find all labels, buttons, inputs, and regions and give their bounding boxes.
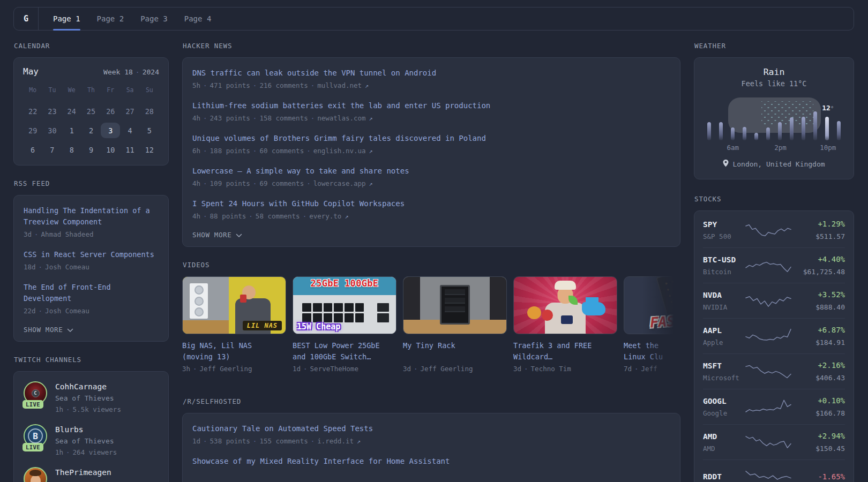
calendar-week: Week 18	[103, 68, 133, 76]
meta-part: Jeff Geerling	[200, 365, 252, 373]
stock-change: +3.52%	[791, 290, 845, 300]
middle-column: HACKER NEWS DNS traffic can leak outside…	[182, 42, 680, 482]
right-column: WEATHER Rain Feels like 11°C 12° 6am2pm1…	[694, 42, 854, 482]
item-meta: 7d·Jeff	[624, 365, 680, 373]
video-thumbnail-rack	[403, 276, 507, 334]
stock-row[interactable]: NVDANVIDIA+3.52%$888.40	[703, 283, 845, 318]
video-card[interactable]: 25GbE 100GbE15W CheapBEST Low Power 25Gb…	[293, 276, 396, 373]
item-meta: 1h·5.5k viewers	[55, 404, 121, 415]
video-title: Big NAS, Lil NAS (moving 13)	[182, 340, 286, 363]
stock-name: AMD	[703, 444, 745, 454]
meta-part: 3d	[403, 365, 411, 373]
stock-name: NVIDIA	[703, 303, 745, 312]
page-tabs-bar: G Page 1Page 2Page 3Page 4	[13, 7, 854, 31]
stock-ticker: RDDT	[703, 472, 745, 482]
meta-part: 60 comments	[259, 147, 304, 155]
calendar-day: 28	[140, 103, 159, 119]
location-text: London, United Kingdom	[732, 160, 825, 168]
feed-item-link[interactable]: Handling The Indentation of a Treeview C…	[24, 205, 159, 228]
meta-part: Jeff	[641, 365, 657, 373]
show-more-button[interactable]: SHOW MORE	[192, 231, 670, 239]
calendar-day: 9	[81, 142, 101, 157]
weather-widget: Rain Feels like 11°C 12° 6am2pm10pm Lond…	[694, 57, 854, 179]
feed-item-link[interactable]: Lowercase – A simple way to take and sha…	[192, 165, 670, 177]
stock-row[interactable]: AAPLApple+6.87%$184.91	[703, 318, 845, 353]
stock-identity: SPYS&P 500	[703, 220, 745, 242]
feed-item-link[interactable]: Cautionary Tale on Automated Speed Tests	[192, 423, 670, 434]
channel-info: ThePrimeagen	[55, 467, 111, 482]
video-card[interactable]: LIL NASBig NAS, Lil NAS (moving 13)3h·Je…	[182, 276, 286, 373]
feed-item-link[interactable]: The End of Front-End Development	[24, 282, 159, 304]
live-badge: LIVE	[23, 400, 43, 409]
calendar-day: 2	[81, 123, 101, 138]
feed-item-link[interactable]: DNS traffic can leak outside the VPN tun…	[192, 67, 670, 79]
stock-ticker: GOOGL	[703, 396, 745, 406]
stock-row[interactable]: BTC-USDBitcoin+4.40%$61,725.48	[703, 247, 845, 283]
calendar-day: 11	[120, 142, 139, 157]
temperature-bar	[837, 121, 841, 140]
stock-numbers: +0.10%$166.78	[791, 396, 845, 418]
calendar-day-headers: MoTuWeThFrSaSu	[23, 84, 159, 96]
dot-separator: ·	[39, 307, 43, 315]
stock-row[interactable]: MSFTMicrosoft+2.16%$406.43	[703, 353, 845, 389]
dot-separator: ·	[303, 365, 308, 373]
video-card[interactable]: My Tiny Rack3d·Jeff Geerling	[403, 276, 507, 373]
calendar-day-header: Fr	[101, 84, 120, 96]
stock-row[interactable]: SPYS&P 500+1.29%$511.57	[703, 213, 845, 247]
stock-price: $511.57	[791, 232, 845, 242]
dot-separator: ·	[311, 437, 315, 445]
stock-numbers: -1.65%	[791, 472, 845, 482]
twitch-channel[interactable]: BLIVEBlurbsSea of Thieves1h·264 viewers	[24, 424, 159, 457]
dot-separator: ·	[249, 212, 253, 220]
feed-item-link[interactable]: Lithium-free sodium batteries exit the l…	[192, 100, 670, 111]
calendar-day: 29	[23, 123, 42, 138]
temperature-bar	[802, 117, 805, 140]
reddit-item: Cautionary Tale on Automated Speed Tests…	[192, 423, 670, 447]
stock-change: +4.40%	[791, 254, 845, 265]
calendar-section-label: CALENDAR	[14, 42, 169, 50]
meta-part: english.nv.ua	[313, 147, 366, 155]
video-title: My Tiny Rack	[403, 340, 507, 363]
dot-separator: ·	[203, 147, 207, 155]
calendar-day: 8	[62, 142, 81, 157]
feed-item-link[interactable]: Unique volumes of Brothers Grimm fairy t…	[192, 133, 670, 144]
temperature-bar	[790, 117, 794, 140]
feed-item-link[interactable]: Showcase of my Mixed Reality Interface f…	[192, 456, 670, 467]
stock-identity: GOOGLGoogle	[703, 396, 745, 418]
tab-page-2[interactable]: Page 2	[97, 7, 124, 30]
live-badge: LIVE	[23, 443, 43, 451]
hackernews-item: DNS traffic can leak outside the VPN tun…	[192, 67, 670, 91]
tab-page-3[interactable]: Page 3	[140, 7, 168, 30]
stock-row[interactable]: GOOGLGoogle+0.10%$166.78	[703, 389, 845, 424]
tab-page-1[interactable]: Page 1	[53, 7, 80, 30]
twitch-channel[interactable]: LIVEThePrimeagen	[24, 467, 159, 482]
dot-separator: ·	[311, 81, 315, 89]
stock-change: +0.10%	[791, 396, 845, 406]
app-logo[interactable]: G	[14, 7, 39, 30]
tab-page-4[interactable]: Page 4	[184, 7, 212, 30]
stock-ticker: MSFT	[703, 361, 745, 371]
stock-row[interactable]: RDDT-1.65%	[703, 460, 845, 482]
stock-identity: BTC-USDBitcoin	[703, 255, 745, 277]
video-card[interactable]: Traefik 3 and FREE Wildcard…3d·Techno Ti…	[513, 276, 617, 373]
twitch-channel[interactable]: CLIVECohhCarnageSea of Thieves1h·5.5k vi…	[24, 381, 159, 415]
calendar-day: 24	[62, 103, 81, 119]
feed-item-link[interactable]: I Spent 24 Hours with GitHub Copilot Wor…	[192, 198, 670, 209]
meta-part: every.to	[309, 212, 341, 220]
stock-row[interactable]: AMDAMD+2.94%$150.45	[703, 424, 845, 460]
stock-name: S&P 500	[703, 232, 745, 242]
video-card[interactable]: FASMeet the Linux Clu7d·Jeff	[624, 276, 680, 373]
stock-change: -1.65%	[791, 472, 845, 482]
meta-part: 1d	[192, 437, 200, 445]
calendar-day-header: Sa	[120, 84, 139, 96]
show-more-button[interactable]: SHOW MORE	[24, 326, 159, 334]
video-thumbnail-traefik	[513, 276, 617, 334]
feed-item-link[interactable]: CSS in React Server Components	[24, 249, 159, 260]
temperature-bar	[813, 111, 817, 140]
item-meta: 18d·Josh Comeau	[24, 262, 159, 273]
dot-separator: ·	[306, 147, 311, 155]
item-meta: 4h·88 points·58 comments·every.to↗	[192, 211, 670, 222]
temperature-bar	[731, 127, 735, 140]
stock-price: $888.40	[791, 303, 845, 312]
channel-game: Sea of Thieves	[55, 393, 121, 404]
